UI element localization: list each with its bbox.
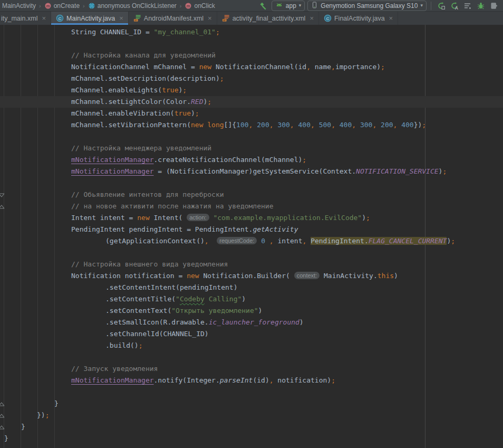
code-token: // Обьявление интентов для переброски — [71, 190, 224, 198]
code-line[interactable]: // на новое активити после нажатия на ув… — [0, 201, 503, 212]
code-line[interactable] — [0, 177, 503, 189]
code-line[interactable]: // Запуск уведомления — [0, 363, 503, 375]
run-list-button[interactable] — [462, 1, 473, 11]
code-line[interactable]: mChannel.enableVibration(true); — [0, 108, 503, 119]
breadcrumb-item-onclick[interactable]: monClick — [183, 2, 216, 9]
code-line[interactable]: mNotificationManager = (NotificationMana… — [0, 166, 503, 177]
tab-close-button[interactable]: × — [42, 15, 46, 22]
device-selector-label: Genymotion Samsung Galaxy S10 — [321, 2, 418, 9]
device-selector[interactable]: Genymotion Samsung Galaxy S10 ▾ — [307, 1, 427, 11]
code-token: // Настройка менеджера уведомлений — [71, 144, 211, 152]
debug-button[interactable] — [475, 1, 487, 11]
apply-changes-button[interactable] — [436, 1, 447, 11]
code-token: .setChannelId(CHANNEL_ID) — [105, 330, 209, 338]
profile-icon — [490, 2, 498, 10]
code-line[interactable]: mNotificationManager.createNotificationC… — [0, 154, 503, 166]
code-token: , — [269, 376, 274, 384]
code-line[interactable]: mChannel.setLightColor(Color.RED); — [0, 96, 503, 108]
code-token: FLAG_CANCEL_CURRENT — [369, 237, 447, 245]
code-token: new — [137, 214, 149, 222]
java-class-icon: C — [56, 14, 64, 22]
tab-finalacttivity-java[interactable]: CFinalActtivity.java× — [319, 12, 398, 25]
code-token: .setContentIntent(pendingIntent) — [105, 283, 237, 291]
code-token: // Настройка внешнего вида уведомления — [71, 260, 228, 268]
code-token — [315, 121, 319, 129]
tab-androidmanifest-xml[interactable]: AndroidManifest.xml× — [129, 12, 217, 25]
profile-button[interactable] — [488, 1, 500, 11]
code-token: true — [162, 86, 178, 94]
code-line[interactable]: .setChannelId(CHANNEL_ID) — [0, 328, 503, 340]
code-token: []{ — [224, 121, 236, 129]
tab-mainactivity-java[interactable]: CMainActivity.java× — [51, 12, 129, 25]
code-token: 400 — [340, 121, 352, 129]
tab-close-button[interactable]: × — [208, 15, 212, 22]
tab-label: ity_main.xml — [1, 15, 37, 22]
breadcrumb-item-oncreate[interactable]: monCreate — [43, 2, 81, 9]
code-line[interactable]: } — [0, 433, 503, 444]
apply-code-changes-button[interactable]: A — [449, 1, 460, 11]
code-line[interactable]: Notification notification = new Notifica… — [0, 270, 503, 282]
code-line[interactable]: // Настройка канала для уведомлений — [0, 50, 503, 61]
apply-code-changes-icon: A — [450, 2, 459, 10]
tab-close-button[interactable]: × — [309, 15, 314, 22]
code-token: importance) — [335, 63, 381, 71]
code-line[interactable] — [0, 131, 503, 142]
code-line[interactable]: } — [0, 398, 503, 409]
svg-text:C: C — [326, 16, 330, 21]
tab-close-button[interactable]: × — [119, 15, 123, 22]
fold-marker-icon[interactable] — [0, 192, 5, 197]
code-line[interactable]: .setContentTitle("Codeby Calling") — [0, 293, 503, 305]
code-line[interactable]: Intent intent = new Intent( action: "com… — [0, 212, 503, 224]
code-line[interactable]: mChannel.setDescription(description); — [0, 73, 503, 84]
tab-close-button[interactable]: × — [389, 15, 393, 22]
code-line[interactable]: // Обьявление интентов для переброски — [0, 189, 503, 201]
code-token: ; — [45, 411, 50, 419]
tab-activity-final-acttivity-xml[interactable]: activity_final_acttivity.xml× — [217, 12, 319, 25]
code-line[interactable]: .setSmallIcon(R.drawable.ic_launcher_for… — [0, 317, 503, 328]
code-line[interactable]: .setContentIntent(pendingIntent) — [0, 282, 503, 293]
code-token: intent — [274, 237, 303, 245]
code-line[interactable]: // Настройка внешнего вида уведомления — [0, 259, 503, 270]
code-line[interactable]: .build(); — [0, 340, 503, 351]
code-line[interactable]: NotificationChannel mChannel = new Notif… — [0, 61, 503, 73]
tab-label: AndroidManifest.xml — [144, 15, 204, 22]
code-line[interactable]: mNotificationManager.notify(Integer.pars… — [0, 375, 503, 386]
code-token: 200 — [257, 121, 269, 129]
code-token: .setSmallIcon(R.drawable. — [105, 318, 209, 326]
svg-text:C: C — [59, 16, 62, 21]
fold-marker-icon[interactable] — [0, 424, 5, 429]
code-line[interactable]: }); — [0, 409, 503, 421]
code-token: }) — [37, 411, 45, 419]
breadcrumb-item-mainactivity[interactable]: MainActivity — [1, 2, 37, 9]
code-line[interactable]: (getApplicationContext(), requestCode: 0… — [0, 235, 503, 247]
build-hammer-button[interactable] — [257, 1, 269, 11]
code-line[interactable]: } — [0, 421, 503, 433]
code-token: this — [378, 272, 394, 280]
code-line[interactable]: PendingIntent pendingIntent = PendingInt… — [0, 224, 503, 235]
code-token: Codeby — [180, 295, 205, 303]
code-token: mNotificationManager — [71, 156, 154, 164]
svg-text:m: m — [187, 3, 190, 8]
fold-marker-icon[interactable] — [0, 401, 5, 406]
fold-marker-icon[interactable] — [0, 412, 5, 417]
tab-ity-main-xml[interactable]: ity_main.xml× — [0, 12, 51, 25]
code-line[interactable]: .setContentText("Открыть уведомление") — [0, 305, 503, 317]
module-selector[interactable]: app ▾ — [272, 1, 305, 11]
code-token: long — [207, 121, 224, 129]
code-line[interactable] — [0, 386, 503, 398]
code-line[interactable] — [0, 38, 503, 50]
code-token: notification) — [274, 376, 332, 384]
code-line[interactable]: // Настройка менеджера уведомлений — [0, 142, 503, 154]
code-token: getActivity — [253, 225, 298, 233]
code-token: ; — [442, 167, 447, 175]
code-line[interactable] — [0, 247, 503, 259]
code-editor[interactable]: String CHANNEL_ID = "my_channel_01";// Н… — [0, 25, 503, 448]
code-token: 100 — [236, 121, 248, 129]
code-token: mChannel.enableVibration( — [71, 109, 175, 117]
fold-marker-icon[interactable] — [0, 203, 5, 208]
code-line[interactable]: String CHANNEL_ID = "my_channel_01"; — [0, 26, 503, 38]
breadcrumb-item-anonymous-onclicklistener[interactable]: anonymous OnClickListener — [87, 2, 178, 9]
code-line[interactable]: mChannel.enableLights(true); — [0, 84, 503, 96]
code-line[interactable]: mChannel.setVibrationPattern(new long[]{… — [0, 119, 503, 131]
code-line[interactable] — [0, 351, 503, 363]
